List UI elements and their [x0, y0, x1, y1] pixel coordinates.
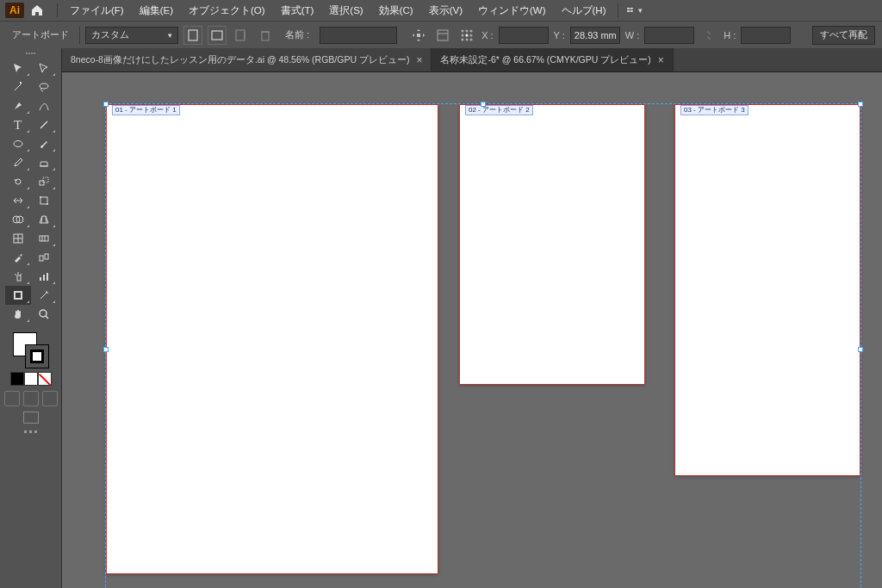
type-tool[interactable]: T [5, 115, 31, 134]
svg-rect-42 [17, 275, 21, 281]
link-wh-icon[interactable] [699, 26, 718, 45]
svg-point-48 [40, 310, 47, 317]
svg-rect-25 [40, 162, 47, 166]
delete-artboard-icon[interactable] [256, 26, 275, 45]
w-input[interactable] [644, 27, 694, 44]
name-label: 名前 : [280, 28, 314, 41]
document-tab-2[interactable]: 名称未設定-6* @ 66.67% (CMYK/GPU プレビュー) × [432, 48, 673, 71]
artboard-tool[interactable] [5, 286, 31, 305]
svg-point-15 [470, 29, 473, 32]
preset-value: カスタム [91, 28, 129, 41]
artboard-options-icon[interactable] [433, 26, 452, 45]
selection-bounding-box[interactable] [105, 103, 861, 588]
canvas-viewport[interactable]: 01 - アートボード 1 02 - アートボード 2 03 - アートボード … [62, 72, 882, 588]
column-graph-tool[interactable] [31, 267, 57, 286]
x-input[interactable] [499, 27, 549, 44]
paintbrush-tool[interactable] [31, 134, 57, 153]
resize-handle-tr[interactable] [858, 102, 863, 107]
rearrange-all-button[interactable]: すべて再配 [812, 26, 875, 45]
svg-rect-43 [40, 277, 41, 281]
tool-panel: T [0, 48, 62, 588]
new-artboard-icon[interactable] [232, 26, 251, 45]
orientation-landscape-icon[interactable] [208, 26, 227, 45]
menu-object[interactable]: オブジェクト(O) [182, 4, 272, 17]
menu-file[interactable]: ファイル(F) [63, 4, 131, 17]
menu-effect[interactable]: 効果(C) [372, 4, 420, 17]
resize-handle-ml[interactable] [103, 347, 109, 352]
draw-mode-row [4, 391, 58, 406]
blend-tool[interactable] [31, 248, 57, 267]
color-mode-solid[interactable] [10, 372, 24, 386]
menu-view[interactable]: 表示(V) [422, 4, 469, 17]
svg-rect-10 [417, 34, 420, 37]
svg-rect-29 [40, 197, 47, 204]
svg-rect-37 [40, 236, 48, 241]
resize-handle-tl[interactable] [103, 102, 109, 107]
shape-builder-tool[interactable] [5, 210, 31, 229]
free-transform-tool[interactable] [31, 191, 57, 210]
zoom-tool[interactable] [31, 305, 57, 324]
app-logo: Ai [5, 3, 24, 18]
tab-strip: 8neco-8画像だけにしたレッスン用のデータ.ai @ 48.56% (RGB… [62, 48, 882, 72]
close-icon[interactable]: × [416, 54, 422, 66]
line-tool[interactable] [31, 115, 57, 134]
workspace-switcher-icon[interactable]: ▾ [627, 4, 643, 16]
preset-dropdown[interactable]: カスタム [85, 27, 178, 44]
selection-tool[interactable] [5, 59, 31, 77]
draw-normal-icon[interactable] [4, 391, 20, 406]
perspective-grid-tool[interactable] [31, 210, 57, 229]
color-mode-gradient[interactable] [24, 372, 38, 386]
h-input[interactable] [741, 27, 791, 44]
magic-wand-tool[interactable] [5, 77, 31, 96]
eraser-tool[interactable] [31, 153, 57, 172]
draw-behind-icon[interactable] [23, 391, 39, 406]
eyedropper-tool[interactable] [5, 248, 31, 267]
mesh-tool[interactable] [5, 229, 31, 248]
control-bar: アートボード カスタム 名前 : X : Y : W : H : すべて再配 [0, 21, 882, 48]
y-input[interactable] [570, 27, 620, 44]
curvature-tool[interactable] [31, 96, 57, 115]
svg-point-13 [462, 29, 464, 32]
workspace: T [0, 48, 882, 588]
document-tab-1[interactable]: 8neco-8画像だけにしたレッスン用のデータ.ai @ 48.56% (RGB… [62, 48, 432, 71]
menu-edit[interactable]: 編集(E) [133, 4, 180, 17]
width-tool[interactable] [5, 191, 31, 210]
move-with-artboard-icon[interactable] [409, 26, 428, 45]
resize-handle-mr[interactable] [858, 347, 863, 352]
scale-tool[interactable] [31, 172, 57, 191]
menu-select[interactable]: 選択(S) [322, 4, 370, 17]
resize-handle-tm[interactable] [481, 102, 486, 107]
pen-tool[interactable] [5, 96, 31, 115]
screen-mode-icon[interactable] [23, 412, 39, 424]
panel-gripper[interactable] [0, 50, 61, 57]
menu-help[interactable]: ヘルプ(H) [555, 4, 613, 17]
symbol-sprayer-tool[interactable] [5, 267, 31, 286]
hand-tool[interactable] [5, 305, 31, 324]
slice-tool[interactable] [31, 286, 57, 305]
svg-point-19 [462, 38, 464, 40]
fill-stroke-swatches[interactable] [13, 332, 49, 368]
home-icon[interactable] [29, 3, 45, 18]
pencil-tool[interactable] [5, 153, 31, 172]
svg-point-16 [462, 34, 464, 36]
artboard-name-input[interactable] [320, 27, 397, 44]
mode-label: アートボード [7, 28, 74, 41]
draw-inside-icon[interactable] [42, 391, 58, 406]
rotate-tool[interactable] [5, 172, 31, 191]
orientation-portrait-icon[interactable] [183, 26, 202, 45]
svg-point-18 [470, 34, 473, 36]
menu-window[interactable]: ウィンドウ(W) [471, 4, 553, 17]
menu-type[interactable]: 書式(T) [274, 4, 321, 17]
svg-rect-4 [189, 30, 197, 40]
direct-selection-tool[interactable] [31, 59, 57, 77]
stroke-swatch[interactable] [25, 344, 49, 368]
reference-point-icon[interactable] [457, 26, 476, 45]
close-icon[interactable]: × [658, 54, 664, 66]
lasso-tool[interactable] [31, 77, 57, 96]
svg-rect-11 [438, 30, 448, 40]
color-mode-none[interactable] [38, 372, 52, 386]
divider [79, 27, 80, 44]
svg-point-24 [14, 141, 22, 147]
ellipse-tool[interactable] [5, 134, 31, 153]
gradient-tool[interactable] [31, 229, 57, 248]
